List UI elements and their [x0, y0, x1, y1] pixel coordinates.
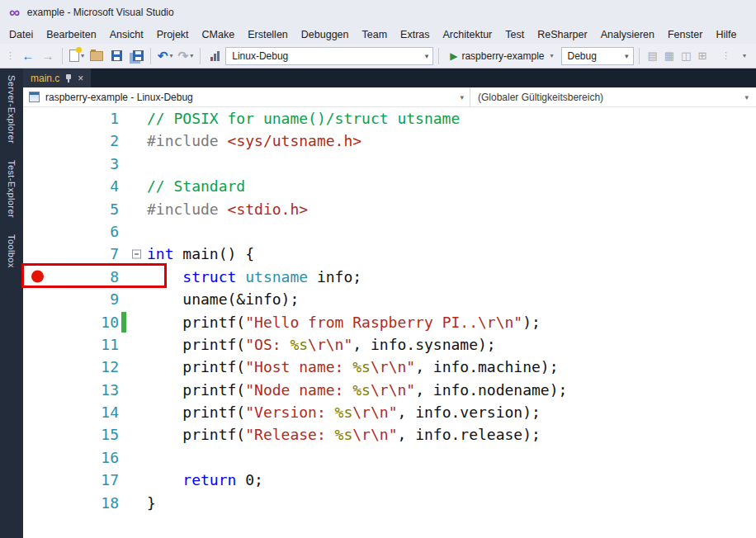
code-editor[interactable]: 1// POSIX for uname()/struct utsname2#in…: [23, 107, 756, 538]
code-line-17[interactable]: 17 return 0;: [23, 469, 756, 491]
code-line-11[interactable]: 11 printf("OS: %s\r\n", info.sysname);: [23, 333, 756, 356]
code-token: #include: [147, 132, 228, 149]
breakpoint-margin[interactable]: [23, 379, 50, 401]
menu-item-bearbeiten[interactable]: Bearbeiten: [40, 26, 102, 43]
code-line-12[interactable]: 12 printf("Host name: %s\r\n", info.mach…: [23, 356, 756, 378]
menu-item-erstellen[interactable]: Erstellen: [241, 26, 295, 43]
code-line-18[interactable]: 18}: [23, 492, 756, 514]
code-line-16[interactable]: 16: [23, 446, 756, 469]
breakpoint-margin[interactable]: [23, 130, 50, 152]
code-line-6[interactable]: 6: [23, 220, 756, 243]
undo-icon: ↶: [158, 50, 168, 62]
code-line-5[interactable]: 5#include <stdio.h>: [23, 198, 756, 220]
code-line-10[interactable]: 10 printf("Hello from Raspberry PI..\r\n…: [23, 311, 756, 333]
code-line-8[interactable]: 8 struct utsname info;: [23, 266, 756, 288]
debug-mode-combo[interactable]: Debug ▾: [561, 47, 634, 65]
breakpoint-margin[interactable]: [23, 356, 50, 378]
breakpoint-margin[interactable]: [23, 288, 50, 310]
menu-item-projekt[interactable]: Projekt: [150, 26, 196, 43]
code-line-15[interactable]: 15 printf("Release: %s\r\n", info.releas…: [23, 423, 756, 446]
menu-item-hilfe[interactable]: Hilfe: [709, 26, 743, 43]
code-line-13[interactable]: 13 printf("Node name: %s\r\n", info.node…: [23, 379, 756, 401]
code-token: <stdio.h>: [228, 201, 309, 218]
configuration-combo[interactable]: Linux-Debug ▾: [225, 47, 433, 65]
code-token: %s: [352, 381, 371, 399]
code-token: , info.version);: [397, 404, 540, 421]
save-all-button[interactable]: [127, 46, 145, 66]
open-file-button[interactable]: [87, 46, 106, 66]
code-text: uname(&info);: [147, 288, 299, 310]
menu-item-cmake[interactable]: CMake: [196, 26, 242, 43]
save-button[interactable]: [107, 46, 125, 66]
breakpoint-dot[interactable]: [31, 271, 44, 283]
breakpoint-margin[interactable]: [23, 492, 50, 514]
document-tab-strip: main.c ×: [23, 68, 756, 87]
breakpoint-margin[interactable]: [23, 198, 50, 220]
breakpoint-margin[interactable]: [23, 446, 50, 469]
code-line-3[interactable]: 3: [23, 153, 756, 175]
breakpoint-margin[interactable]: [23, 153, 50, 175]
breakpoint-margin[interactable]: [23, 423, 50, 446]
breakpoint-margin[interactable]: [23, 401, 50, 423]
redo-button[interactable]: ↷▾: [177, 46, 196, 66]
change-tracking-margin: [119, 107, 127, 130]
toolbar-misc-icon-1[interactable]: ▤: [645, 50, 661, 62]
menu-item-team[interactable]: Team: [356, 26, 395, 43]
menu-item-extras[interactable]: Extras: [394, 26, 436, 43]
toolbar-overflow-button[interactable]: ▾: [735, 46, 753, 66]
line-number: 17: [50, 469, 119, 491]
menu-item-fenster[interactable]: Fenster: [661, 26, 709, 43]
toolbar-misc-icon-4[interactable]: ⊞: [694, 50, 710, 62]
breakpoint-margin[interactable]: [23, 243, 50, 265]
change-tracking-margin: [119, 379, 127, 401]
chevron-down-icon: ▾: [81, 52, 84, 59]
menu-item-ansicht[interactable]: Ansicht: [103, 26, 150, 43]
change-tracking-margin: [119, 175, 127, 197]
menu-item-resharper[interactable]: ReSharper: [531, 26, 593, 43]
menu-item-debuggen[interactable]: Debuggen: [295, 26, 356, 43]
breakpoint-margin[interactable]: [23, 175, 50, 197]
toolbar-misc-icon-2[interactable]: ▦: [661, 50, 678, 62]
code-token: "OS:: [245, 336, 290, 353]
breakpoint-margin[interactable]: [23, 107, 50, 130]
code-line-1[interactable]: 1// POSIX for uname()/struct utsname: [23, 107, 756, 130]
code-token: , info.machine);: [415, 358, 558, 375]
fold-collapse-box-icon[interactable]: [132, 250, 141, 259]
breakpoint-margin[interactable]: [23, 220, 50, 243]
code-token: printf(: [147, 381, 245, 399]
solution-configurations-button[interactable]: [206, 46, 224, 66]
chevron-down-icon: ▾: [190, 52, 193, 59]
menu-item-architektur[interactable]: Architektur: [437, 26, 499, 43]
toolbar-misc-icon-3[interactable]: ◫: [678, 50, 694, 62]
side-tab-toolbox[interactable]: Toolbox: [7, 234, 17, 268]
navigate-back-button[interactable]: ←: [19, 46, 37, 66]
breakpoint-margin[interactable]: [23, 266, 50, 288]
breakpoint-margin[interactable]: [23, 311, 50, 333]
code-line-2[interactable]: 2#include <sys/utsname.h>: [23, 130, 756, 152]
scope-dropdown[interactable]: (Globaler Gültigkeitsbereich) ▾: [470, 87, 756, 106]
code-line-4[interactable]: 4// Standard: [23, 175, 756, 197]
code-line-7[interactable]: 7int main() {: [23, 243, 756, 265]
breakpoint-margin[interactable]: [23, 469, 50, 491]
code-token: int: [147, 245, 174, 262]
new-project-button[interactable]: ▾: [68, 46, 86, 66]
code-line-14[interactable]: 14 printf("Version: %s\r\n", info.versio…: [23, 401, 756, 423]
code-line-9[interactable]: 9 uname(&info);: [23, 288, 756, 310]
line-number: 4: [50, 175, 119, 197]
menu-item-test[interactable]: Test: [498, 26, 531, 43]
tab-main-c[interactable]: main.c ×: [23, 68, 91, 87]
project-context-dropdown[interactable]: raspberry-example - Linux-Debug ▾: [23, 87, 470, 106]
side-tab-server-explorer[interactable]: Server-Explorer: [7, 75, 17, 144]
menu-item-datei[interactable]: Datei: [2, 26, 40, 43]
pin-icon[interactable]: [65, 73, 72, 83]
side-tab-test-explorer[interactable]: Test-Explorer: [7, 160, 17, 218]
undo-button[interactable]: ↶▾: [156, 46, 175, 66]
close-icon[interactable]: ×: [78, 73, 83, 83]
start-debugging-button[interactable]: ▶ raspberry-example ▾: [444, 46, 559, 66]
code-token: printf(: [147, 404, 245, 421]
navigate-forward-button[interactable]: →: [39, 46, 57, 66]
code-token: \r\n": [352, 426, 397, 443]
breakpoint-margin[interactable]: [23, 333, 50, 356]
menu-item-analysieren[interactable]: Analysieren: [594, 26, 661, 43]
change-tracking-margin: [119, 220, 127, 243]
